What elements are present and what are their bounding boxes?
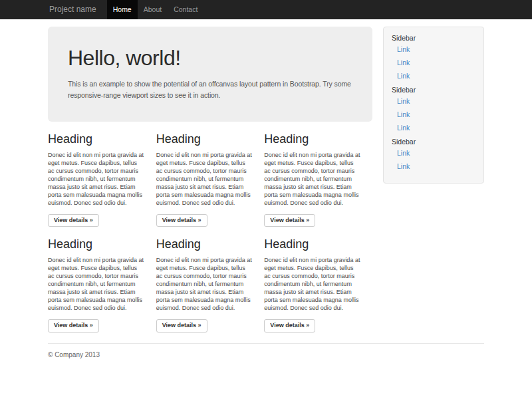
card-heading: Heading <box>48 132 144 146</box>
card-body-text: Donec id elit non mi porta gravida at eg… <box>156 151 253 207</box>
page-container: Hello, world! This is an example to show… <box>43 19 489 358</box>
sidebar-group-title: Sidebar <box>390 138 477 146</box>
sidebar-column: Sidebar Link Link Link Sidebar Link Link… <box>378 19 489 184</box>
card-body-text: Donec id elit non mi porta gravida at eg… <box>48 256 144 312</box>
copyright-text: © Company 2013 <box>48 351 484 358</box>
content-card: Heading Donec id elit non mi porta gravi… <box>156 132 265 227</box>
nav-link-home[interactable]: Home <box>107 0 138 19</box>
card-heading: Heading <box>264 237 360 251</box>
navbar: Project name Home About Contact <box>0 0 532 19</box>
sidebar-link[interactable]: Link <box>390 69 477 82</box>
sidebar-group-title: Sidebar <box>390 86 477 94</box>
nav-item-home: Home <box>107 0 138 19</box>
jumbotron-title: Hello, world! <box>68 46 352 70</box>
card-body-text: Donec id elit non mi porta gravida at eg… <box>264 256 360 312</box>
content-card: Heading Donec id elit non mi porta gravi… <box>48 237 156 332</box>
nav-item-contact: Contact <box>168 0 203 19</box>
footer: © Company 2013 <box>43 343 489 358</box>
cards-row-2: Heading Donec id elit non mi porta gravi… <box>48 237 372 332</box>
card-heading: Heading <box>156 237 253 251</box>
main-row: Hello, world! This is an example to show… <box>43 19 489 332</box>
sidebar-group-1: Sidebar Link Link Link <box>390 34 477 82</box>
content-card: Heading Donec id elit non mi porta gravi… <box>264 237 372 332</box>
nav-link-contact[interactable]: Contact <box>168 0 203 19</box>
content-column: Hello, world! This is an example to show… <box>43 19 378 332</box>
sidebar-link[interactable]: Link <box>390 94 477 108</box>
sidebar-link[interactable]: Link <box>390 108 477 121</box>
sidebar-group-title: Sidebar <box>390 34 477 42</box>
brand-link[interactable]: Project name <box>48 0 103 19</box>
view-details-button[interactable]: View details » <box>156 319 207 332</box>
view-details-button[interactable]: View details » <box>264 319 315 332</box>
navbar-container: Project name Home About Contact <box>43 0 489 19</box>
navbar-menu: Home About Contact <box>107 0 204 19</box>
sidebar-panel: Sidebar Link Link Link Sidebar Link Link… <box>383 27 484 184</box>
jumbotron-description: This is an example to show the potential… <box>68 78 352 101</box>
card-heading: Heading <box>156 132 253 146</box>
sidebar-link[interactable]: Link <box>390 56 477 69</box>
card-body-text: Donec id elit non mi porta gravida at eg… <box>264 151 360 207</box>
card-heading: Heading <box>264 132 360 146</box>
content-card: Heading Donec id elit non mi porta gravi… <box>156 237 265 332</box>
sidebar-link[interactable]: Link <box>390 121 477 134</box>
card-heading: Heading <box>48 237 144 251</box>
content-card: Heading Donec id elit non mi porta gravi… <box>48 132 156 227</box>
card-body-text: Donec id elit non mi porta gravida at eg… <box>48 151 144 207</box>
view-details-button[interactable]: View details » <box>48 319 99 332</box>
cards-row-1: Heading Donec id elit non mi porta gravi… <box>48 132 372 227</box>
footer-divider <box>48 343 484 344</box>
nav-link-about[interactable]: About <box>138 0 168 19</box>
sidebar-group-3: Sidebar Link Link <box>390 138 477 173</box>
view-details-button[interactable]: View details » <box>156 214 207 227</box>
card-body-text: Donec id elit non mi porta gravida at eg… <box>156 256 253 312</box>
jumbotron: Hello, world! This is an example to show… <box>48 27 372 122</box>
nav-item-about: About <box>138 0 168 19</box>
view-details-button[interactable]: View details » <box>48 214 99 227</box>
content-card: Heading Donec id elit non mi porta gravi… <box>264 132 372 227</box>
sidebar-link[interactable]: Link <box>390 160 477 173</box>
sidebar-link[interactable]: Link <box>390 43 477 56</box>
view-details-button[interactable]: View details » <box>264 214 315 227</box>
sidebar-link[interactable]: Link <box>390 146 477 160</box>
sidebar-group-2: Sidebar Link Link Link <box>390 86 477 134</box>
